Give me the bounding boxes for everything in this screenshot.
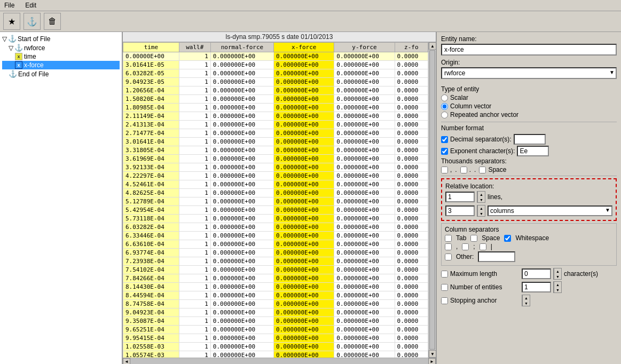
tree-item-time[interactable]: x time xyxy=(2,52,120,61)
link-button[interactable]: ⚓ xyxy=(23,13,41,30)
table-cell: 0.000000E+00 xyxy=(334,334,395,343)
table-cell: 0.000000E+00 xyxy=(210,163,273,172)
lines-input[interactable] xyxy=(445,192,475,202)
table-cell: 0.0000 xyxy=(395,274,428,283)
sep-row-2: , ; | xyxy=(445,243,613,250)
exponent-char-label: Exponent character(s): xyxy=(450,147,515,155)
table-cell: 0.000000E+00 xyxy=(210,215,273,223)
sep-other-checkbox[interactable] xyxy=(445,254,452,260)
radio-repeated-input[interactable] xyxy=(441,112,448,118)
table-cell: 0.000000E+00 xyxy=(274,240,334,249)
columns-input[interactable] xyxy=(445,205,475,216)
tree-label-end: End of File xyxy=(18,70,49,78)
table-cell: 0.000000E+00 xyxy=(210,180,273,189)
table-cell: 7.54102E-04 xyxy=(123,266,179,274)
table-cell: 9.04923E-05 xyxy=(123,78,179,86)
table-cell: 0.000000E+00 xyxy=(334,317,395,326)
toolbar: ★ ⚓ 🗑 xyxy=(0,11,621,32)
data-header: ls-dyna smp.79055 s date 01/10/2013 xyxy=(123,32,436,42)
sep-pipe-checkbox[interactable] xyxy=(479,243,486,250)
hscroll-right-arrow[interactable]: ► xyxy=(428,358,436,365)
menu-file[interactable]: File xyxy=(2,1,17,10)
stopping-anchor-checkbox[interactable] xyxy=(441,297,448,304)
menu-edit[interactable]: Edit xyxy=(23,1,38,10)
max-length-checkbox[interactable] xyxy=(441,271,448,278)
radio-column-label: Column vector xyxy=(450,102,491,110)
table-cell: 1 xyxy=(179,317,210,326)
table-cell: 0.000000E+00 xyxy=(274,266,334,274)
data-scrollbar[interactable]: ▲ ▼ xyxy=(428,42,436,358)
table-cell: 0.0000 xyxy=(395,283,428,291)
sep-semicolon-checkbox[interactable] xyxy=(462,243,469,250)
table-cell: 1 xyxy=(179,155,210,163)
sep-other-input[interactable] xyxy=(478,251,515,262)
lines-label: lines, xyxy=(488,193,502,201)
hscroll-left-arrow[interactable]: ◄ xyxy=(123,358,130,365)
table-cell: 0.000000E+00 xyxy=(210,326,273,334)
scroll-down-arrow[interactable]: ▼ xyxy=(429,350,436,358)
table-cell: 3.92133E-04 xyxy=(123,163,179,172)
table-cell: 1 xyxy=(179,291,210,300)
thousands-comma-checkbox[interactable] xyxy=(441,167,448,173)
table-cell: 0.000000E+00 xyxy=(210,317,273,326)
table-cell: 0.000000E+00 xyxy=(274,138,334,146)
table-cell: 0.000000E+00 xyxy=(274,189,334,197)
hscrollbar[interactable]: ◄ ► xyxy=(123,358,436,364)
num-entities-down[interactable]: ▼ xyxy=(554,287,561,292)
table-cell: 1 xyxy=(179,223,210,232)
decimal-sep-input[interactable] xyxy=(514,134,546,145)
thousands-space-checkbox[interactable] xyxy=(479,167,486,173)
radio-scalar-input[interactable] xyxy=(441,94,448,101)
sep-space-checkbox[interactable] xyxy=(470,235,477,242)
table-cell: 0.000000E+00 xyxy=(334,206,395,215)
star-button[interactable]: ★ xyxy=(3,13,20,30)
sep-comma-checkbox[interactable] xyxy=(445,243,452,250)
origin-select[interactable]: rwforce xyxy=(441,67,617,79)
tree-item-xforce[interactable]: x x-force xyxy=(2,61,120,69)
trash-button[interactable]: 🗑 xyxy=(44,13,61,30)
radio-scalar: Scalar xyxy=(441,94,617,101)
tree-label-start: Start of File xyxy=(18,35,50,43)
sep-row-1: Tab Space Whitespace xyxy=(445,234,613,242)
columns-up-arrow[interactable]: ▲ xyxy=(477,205,485,211)
table-cell: 0.000000E+00 xyxy=(274,172,334,180)
lines-down-arrow[interactable]: ▼ xyxy=(477,197,485,202)
columns-down-arrow[interactable]: ▼ xyxy=(477,211,485,216)
columns-select[interactable]: columns xyxy=(488,205,612,216)
sep-tab-checkbox[interactable] xyxy=(445,235,452,242)
stopping-anchor-down[interactable]: ▼ xyxy=(522,300,530,306)
tree-item-start[interactable]: ▽ ⚓ Start of File xyxy=(2,34,120,43)
lines-up-arrow[interactable]: ▲ xyxy=(477,192,485,197)
radio-column-vector: Column vector xyxy=(441,102,617,110)
col-sep-label: Column separators xyxy=(445,226,613,233)
tree-item-end[interactable]: ⚓ End of File xyxy=(2,69,120,78)
thousands-pipe-sep: . xyxy=(474,166,476,173)
exponent-char-checkbox[interactable] xyxy=(441,148,448,155)
entity-name-input[interactable] xyxy=(441,44,617,56)
table-cell: 0.0000 xyxy=(395,343,428,351)
tree-item-rwforce[interactable]: ▽ ⚓ rwforce xyxy=(2,43,120,52)
col-header-zforce: z-fo xyxy=(395,43,428,52)
data-table-wrapper[interactable]: time wall# normal-force x-force y-force … xyxy=(123,42,428,358)
max-length-input[interactable] xyxy=(522,268,551,279)
entity-name-label: Entity name: xyxy=(441,35,617,43)
num-entities-up[interactable]: ▲ xyxy=(554,282,561,287)
decimal-sep-checkbox[interactable] xyxy=(441,136,448,143)
table-cell: 0.000000E+00 xyxy=(210,155,273,163)
table-cell: 0.000000E+00 xyxy=(274,180,334,189)
num-entities-input[interactable] xyxy=(522,282,551,292)
num-entities-checkbox[interactable] xyxy=(441,284,448,291)
col-header-time: time xyxy=(123,43,179,52)
table-cell: 0.000000E+00 xyxy=(334,351,395,358)
stopping-anchor-up[interactable]: ▲ xyxy=(522,295,530,300)
scroll-up-arrow[interactable]: ▲ xyxy=(429,42,436,50)
table-cell: 1 xyxy=(179,61,210,69)
exponent-char-input[interactable] xyxy=(517,146,549,156)
max-length-down[interactable]: ▼ xyxy=(554,274,561,279)
radio-column-input[interactable] xyxy=(441,103,448,110)
thousands-dot-checkbox[interactable] xyxy=(460,167,467,173)
sep-whitespace-checkbox[interactable] xyxy=(504,235,511,242)
max-length-up[interactable]: ▲ xyxy=(554,268,561,274)
table-cell: 1 xyxy=(179,351,210,358)
table-cell: 0.000000E+00 xyxy=(334,215,395,223)
